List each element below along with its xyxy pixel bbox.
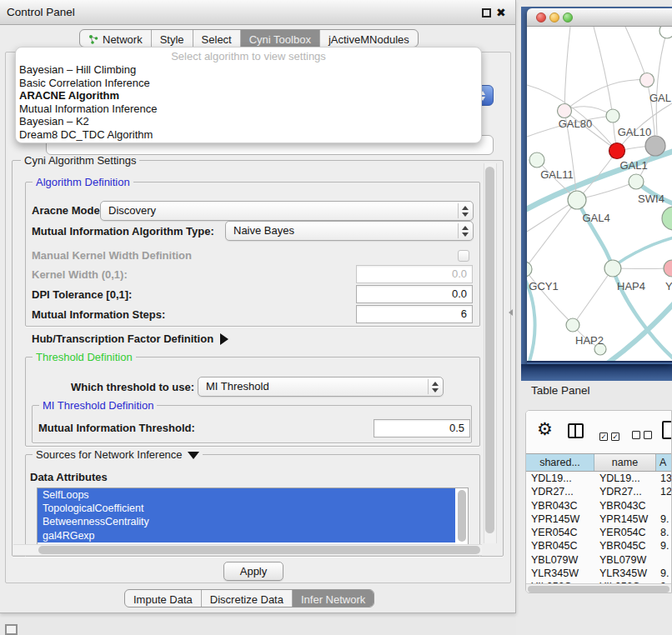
node-label: HAP4	[617, 280, 645, 292]
network-node[interactable]	[662, 207, 672, 230]
network-edges-highlighted[interactable]	[527, 150, 672, 362]
control-panel-tabbar: Network Style Select Cyni Toolbox jActiv…	[79, 29, 419, 48]
node-label: GCY1	[529, 280, 558, 292]
algorithm-option[interactable]: Basic Correlation Inference	[18, 77, 478, 90]
table-cell: YBR045C	[594, 539, 656, 552]
cyni-bottom-tabbar: Impute Data Discretize Data Infer Networ…	[124, 589, 374, 608]
network-node-y[interactable]	[664, 260, 672, 277]
network-node-gal80[interactable]	[558, 104, 572, 118]
algorithm-option[interactable]: ARACNE Algorithm	[18, 89, 478, 102]
network-view-window[interactable]: GALGAL80GAL10GAL1SWI4GAL11GAL4GCY1HAP4YH…	[527, 8, 672, 364]
network-tab-icon	[88, 34, 98, 44]
float-window-icon[interactable]	[482, 8, 491, 18]
algorithm-option[interactable]: Dream8 DC_TDC Algorithm	[18, 128, 478, 142]
algorithm-dropdown-placeholder: Select algorithm to view settings	[16, 50, 481, 62]
tab-cyni-toolbox[interactable]: Cyni Toolbox	[241, 30, 320, 48]
network-node-gal10[interactable]	[606, 109, 619, 122]
table-cell: 9.	[656, 539, 672, 552]
manual-kernel-checkbox[interactable]	[458, 250, 469, 262]
network-node[interactable]	[659, 27, 672, 38]
network-node-hap2[interactable]	[566, 318, 579, 332]
table-horizontal-scrollbar[interactable]	[526, 583, 672, 593]
hub-definition-toggle[interactable]: Hub/Transcription Factor Definition	[32, 332, 228, 345]
deselect-all-checkboxes-icon[interactable]	[632, 428, 655, 442]
tab-label: Impute Data	[133, 591, 193, 608]
table-row[interactable]: YPR145WYPR145W9.	[526, 512, 672, 526]
tab-style[interactable]: Style	[152, 30, 193, 48]
network-canvas[interactable]: GALGAL80GAL10GAL1SWI4GAL11GAL4GCY1HAP4YH…	[527, 27, 672, 362]
network-node-gal1[interactable]	[609, 143, 625, 159]
tab-select[interactable]: Select	[193, 30, 241, 48]
scrollbar-thumb[interactable]	[458, 490, 466, 542]
columns-icon[interactable]	[568, 423, 584, 438]
attribute-item[interactable]: SelfLoops	[38, 488, 455, 502]
mi-steps-label: Mutual Information Steps:	[32, 308, 165, 321]
column-header-partial[interactable]: A	[656, 454, 672, 471]
table-row[interactable]: YER054CYER054C8.	[526, 526, 672, 539]
tab-network[interactable]: Network	[80, 30, 152, 48]
network-graph[interactable]: GALGAL80GAL10GAL1SWI4GAL11GAL4GCY1HAP4YH…	[527, 27, 672, 362]
table-cell: YBL079W	[594, 553, 656, 567]
tab-discretize-data[interactable]: Discretize Data	[202, 590, 293, 608]
apply-button[interactable]: Apply	[223, 562, 283, 581]
select-all-checkboxes-icon[interactable]: ✓✓	[599, 428, 623, 442]
sources-group-title[interactable]: Sources for Network Inference	[33, 448, 203, 461]
column-header-name[interactable]: name	[594, 454, 656, 471]
zoom-traffic-light[interactable]	[563, 12, 573, 22]
tab-label: Style	[160, 31, 184, 48]
network-window-titlebar[interactable]	[527, 8, 672, 27]
minimized-panel-icon[interactable]	[5, 624, 18, 635]
settings-vscrollbar-thumb[interactable]	[485, 167, 494, 533]
node-label: GAL4	[582, 212, 609, 224]
table-cell: 9.	[656, 512, 672, 526]
attribute-item[interactable]: BetweennessCentrality	[38, 515, 455, 528]
minimize-traffic-light[interactable]	[549, 12, 559, 22]
table-body[interactable]: YDL19...YDL19...13YDR27...YDR27...12YBR0…	[526, 472, 672, 583]
algorithm-option[interactable]: Bayesian – Hill Climbing	[18, 63, 478, 77]
table-row[interactable]: YDL19...YDL19...13	[526, 472, 672, 485]
close-traffic-light[interactable]	[536, 12, 546, 22]
column-header-shared-name[interactable]: shared...	[526, 454, 594, 471]
manual-kernel-label: Manual Kernel Width Definition	[32, 249, 192, 262]
data-attributes-list[interactable]: SelfLoopsTopologicalCoefficientBetweenne…	[37, 488, 469, 545]
table-row[interactable]: YDR27...YDR27...12	[526, 485, 672, 498]
algorithm-dropdown-popup: Select algorithm to view settings Bayesi…	[15, 47, 482, 143]
network-node-gal[interactable]	[640, 73, 654, 88]
algorithm-option[interactable]: Bayesian – K2	[18, 115, 478, 128]
mi-steps-field[interactable]: 6	[356, 305, 473, 323]
network-node[interactable]	[645, 136, 665, 156]
network-node-hap4[interactable]	[604, 260, 621, 277]
settings-hscrollbar-thumb[interactable]	[38, 546, 480, 554]
table-cell: YDR27...	[526, 485, 594, 498]
scrollbar-thumb[interactable]	[528, 586, 669, 592]
mi-threshold-field[interactable]: 0.5	[374, 419, 470, 438]
dpi-tolerance-field[interactable]: 0.0	[356, 285, 473, 303]
split-pane-collapse-arrow[interactable]	[509, 309, 513, 316]
which-threshold-select[interactable]: MI Threshold	[198, 377, 444, 397]
new-table-icon[interactable]	[662, 421, 672, 439]
aracne-mode-label: Aracne Mode:	[32, 204, 103, 217]
tab-impute-data[interactable]: Impute Data	[125, 590, 202, 608]
algorithm-option[interactable]: Mutual Information Inference	[18, 102, 478, 116]
table-row[interactable]: YBR043CYBR043C	[526, 499, 672, 512]
mi-algorithm-type-select[interactable]: Naive Bayes	[225, 221, 474, 241]
attributes-list-scrollbar[interactable]	[457, 490, 467, 543]
attribute-item[interactable]: gal4RGexp	[38, 529, 455, 542]
tab-infer-network[interactable]: Infer Network	[293, 590, 374, 608]
attribute-item[interactable]: TopologicalCoefficient	[38, 502, 455, 515]
close-icon[interactable]: ✖	[496, 5, 506, 20]
tab-jactivemnodules[interactable]: jActiveMNodules	[320, 30, 418, 48]
algorithm-options-list[interactable]: Bayesian – Hill ClimbingBasic Correlatio…	[18, 63, 478, 141]
network-node-gal4[interactable]	[568, 191, 586, 209]
stepper-arrows-icon	[458, 203, 471, 218]
table-row[interactable]: YLR345WYLR345W9.	[526, 567, 672, 580]
table-row[interactable]: YBR045CYBR045C9.	[526, 539, 672, 552]
gear-icon[interactable]: ⚙	[537, 419, 553, 439]
dpi-tolerance-label: DPI Tolerance [0,1]:	[32, 288, 132, 301]
network-node-gcy1[interactable]	[527, 262, 532, 277]
network-node-swi4[interactable]	[629, 174, 644, 189]
network-node-gal11[interactable]	[529, 152, 544, 168]
table-row[interactable]: YBL079WYBL079W	[526, 553, 672, 567]
control-panel-titlebar	[0, 0, 515, 25]
aracne-mode-select[interactable]: Discovery	[100, 201, 474, 221]
